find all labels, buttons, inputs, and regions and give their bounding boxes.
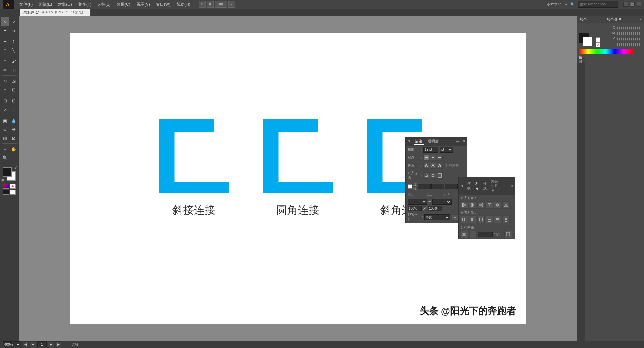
direct-selection-tool[interactable]: ↗ — [9, 17, 18, 26]
align-inside-btn[interactable] — [430, 172, 436, 179]
weight-unit-select[interactable]: ptpx — [440, 147, 453, 153]
zoom-in-btn[interactable]: ▶ — [55, 341, 61, 347]
rect-tool[interactable]: □ — [1, 57, 9, 66]
none-small-swatch[interactable]: ⊘ — [596, 42, 600, 47]
dist-spacing-h-btn[interactable] — [461, 231, 468, 238]
paintbrush-tool[interactable]: 🖌 — [9, 57, 18, 66]
warp-tool[interactable]: ⌂ — [1, 85, 9, 94]
menu-object[interactable]: 对象(O) — [55, 1, 74, 8]
align-left-btn[interactable] — [461, 201, 468, 209]
zoom-tool[interactable]: 🔍 — [1, 153, 9, 162]
default-colors-icon[interactable]: ⊡ — [1, 179, 4, 182]
menu-edit[interactable]: 编辑(E) — [36, 1, 55, 8]
dist-center-v-btn[interactable] — [494, 216, 501, 223]
align-outside-btn[interactable] — [437, 172, 443, 179]
dash-input-1[interactable] — [418, 184, 431, 189]
lasso-tool[interactable]: ⌀ — [9, 26, 18, 35]
pathfinder-tab[interactable]: 路径查找器 — [490, 178, 501, 194]
pencil-tool[interactable]: ✏ — [1, 66, 9, 74]
pen-tool[interactable]: ✒ — [1, 37, 9, 46]
line-tool[interactable]: ╲ — [9, 46, 18, 55]
square-cap-btn[interactable] — [437, 155, 443, 161]
pen-icon[interactable]: ✒ — [228, 1, 235, 8]
distribute-spacing-input[interactable] — [478, 232, 493, 237]
transform-tab[interactable]: 变换 — [466, 181, 472, 191]
dist-top-btn[interactable] — [486, 216, 493, 223]
color-mode-btn[interactable] — [3, 184, 9, 189]
align-right-btn[interactable] — [477, 201, 485, 209]
dist-spacing-v-btn[interactable] — [469, 231, 477, 238]
scale-tool[interactable]: ⇲ — [9, 77, 18, 85]
blend-tool[interactable]: ∞ — [1, 125, 9, 134]
menu-help[interactable]: 帮助(H) — [174, 1, 193, 8]
menu-select[interactable]: 选择(S) — [95, 1, 113, 8]
rotate-tool[interactable]: ↻ — [1, 77, 9, 85]
profile-select[interactable]: 等比 — [424, 214, 450, 220]
dist-left-btn[interactable] — [461, 216, 468, 223]
appearance-tab[interactable]: 外观 — [482, 181, 488, 191]
freetransform-tool[interactable]: ⊡ — [9, 85, 18, 94]
selection-tool[interactable]: ↖ — [1, 17, 9, 26]
align-minimize-btn[interactable]: — — [505, 184, 508, 188]
dist-bottom-btn[interactable] — [502, 216, 510, 223]
prev-page-btn[interactable]: ◀ — [30, 341, 36, 347]
swap-colors-icon[interactable]: ⇄ — [15, 166, 17, 169]
menu-effect[interactable]: 效果(C) — [114, 1, 133, 8]
butt-cap-btn[interactable] — [423, 155, 429, 161]
chart-tool[interactable]: ▥ — [1, 134, 9, 142]
bevel-join-btn[interactable] — [437, 163, 443, 169]
menu-type[interactable]: 文字(T) — [75, 1, 94, 8]
stroke-big-swatch[interactable] — [583, 37, 592, 46]
magic-wand-tool[interactable]: ✦ — [1, 26, 9, 35]
close-button[interactable]: × — [637, 2, 641, 7]
library-panel-tab[interactable]: 库 — [577, 64, 585, 68]
new-doc-icon[interactable]: □ — [199, 1, 206, 8]
hand-tool[interactable]: ✋ — [9, 145, 18, 153]
align-center-h-btn[interactable] — [469, 201, 476, 209]
artboard-tool[interactable]: ⊠ — [9, 134, 18, 142]
round-join-btn[interactable] — [430, 163, 436, 169]
gradient-tool[interactable]: ▣ — [1, 116, 9, 125]
zoom-select[interactable]: 400% 200% 100% 50% — [3, 341, 21, 347]
end-scale-input[interactable] — [428, 206, 442, 211]
dist-center-h-btn[interactable] — [469, 216, 476, 223]
color-panel-close[interactable]: × — [639, 18, 641, 21]
next-page-btn[interactable]: ▶ — [48, 341, 54, 347]
none-mode-btn[interactable]: ⊘ — [10, 184, 16, 189]
mesh-tool[interactable]: ⊹ — [9, 105, 18, 114]
gap-input-1[interactable] — [431, 184, 444, 189]
stroke-minimize-btn[interactable]: — — [456, 139, 459, 143]
type-tool[interactable]: T — [1, 46, 9, 55]
page-input[interactable] — [37, 341, 47, 347]
dashed-checkbox[interactable] — [408, 184, 412, 189]
layers-panel-tab[interactable]: 图层 — [577, 59, 585, 63]
symbol-tool[interactable]: ❋ — [9, 125, 18, 134]
miter-join-btn[interactable] — [423, 163, 429, 169]
slice-tool[interactable]: ⌿ — [1, 145, 9, 153]
color-spectrum[interactable] — [579, 49, 633, 54]
align-center-btn[interactable] — [423, 172, 429, 179]
profile-flip-h-btn[interactable]: ↔ — [452, 214, 458, 220]
weight-input[interactable] — [423, 147, 438, 153]
active-tab[interactable]: 未标题-1* @ 400% (CMYK/GPU 预览) × — [20, 9, 91, 16]
align-top-btn[interactable] — [486, 201, 493, 209]
align-close-btn[interactable]: × — [511, 184, 513, 188]
color-panel-minimize[interactable]: — — [635, 18, 638, 21]
livepaint-tool[interactable]: ⊟ — [9, 96, 18, 105]
end-arrow-select[interactable]: — — [432, 199, 452, 205]
white-fill-btn[interactable] — [10, 190, 16, 195]
arrange-icon[interactable]: ⊟⊟ — [215, 1, 227, 8]
maximize-button[interactable]: □ — [630, 2, 635, 7]
persp-grid-tool[interactable]: ⊿ — [1, 105, 9, 114]
align-center-v-btn[interactable] — [494, 201, 501, 209]
minimize-button[interactable]: — — [623, 2, 628, 7]
tab-close-icon[interactable]: × — [85, 11, 87, 14]
align-to-btn[interactable] — [504, 231, 512, 238]
white-small-swatch[interactable] — [596, 37, 600, 42]
zoom-out-btn[interactable]: ◀ — [22, 341, 29, 347]
search-placeholder[interactable]: 搜索 Adobe Stock — [578, 1, 618, 8]
eyedrop-tool[interactable]: 💧 — [9, 116, 18, 125]
round-cap-btn[interactable] — [430, 155, 436, 161]
start-scale-input[interactable] — [408, 206, 422, 211]
fill-color-swatch[interactable] — [3, 167, 12, 177]
